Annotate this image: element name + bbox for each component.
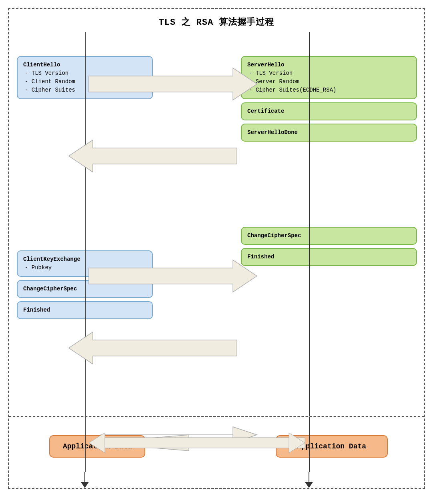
server-hello-title: ServerHello — [247, 61, 411, 69]
client-vline — [85, 32, 86, 416]
server-ccs-title: ChangeCipherSpec — [247, 232, 411, 240]
bottom-client-vline — [85, 417, 86, 472]
server-hello-item-3: - Cipher Suites(ECDHE_RSA) — [247, 86, 411, 94]
app-data-left-box: Application Data — [49, 435, 145, 458]
app-data-right-title: Application Data — [297, 442, 366, 450]
server-finished-box: Finished — [241, 248, 417, 266]
app-data-right-wrapper: Application Data — [276, 435, 388, 458]
app-data-right-box: Application Data — [276, 435, 388, 458]
server-hello-wrapper: ServerHello - TLS Version - Server Rando… — [241, 56, 417, 142]
server-finished-title: Finished — [247, 253, 411, 261]
diagram-wrapper: TLS 之 RSA 算法握手过程 ClientHello - TLS Versi… — [8, 8, 425, 489]
app-data-left-wrapper: Application Data — [49, 435, 145, 458]
svg-marker-6 — [305, 482, 313, 488]
arrow-down-right-svg — [301, 472, 317, 488]
certificate-title: Certificate — [247, 107, 411, 116]
server-hello-item-2: - Server Random — [247, 78, 411, 86]
server-hello-item-1: - TLS Version — [247, 69, 411, 78]
main-area: ClientHello - TLS Version - Client Rando… — [9, 32, 424, 416]
server-ccs-box: ChangeCipherSpec — [241, 227, 417, 245]
arrow-down-area — [9, 472, 424, 488]
server-column: ServerHello - TLS Version - Server Rando… — [241, 36, 417, 269]
arrow-left-2 — [69, 332, 237, 364]
server-hello-done-title: ServerHelloDone — [247, 128, 411, 137]
certificate-box: Certificate — [241, 102, 417, 120]
bottom-server-vline — [309, 417, 310, 472]
server-spacer — [241, 145, 417, 227]
bottom-section: Application Data Application Data — [9, 416, 424, 472]
app-data-left-title: Application Data — [63, 442, 132, 450]
server-hello-done-box: ServerHelloDone — [241, 124, 417, 142]
server-hello-box: ServerHello - TLS Version - Server Rando… — [241, 56, 417, 99]
arrow-down-left-svg — [77, 472, 93, 488]
svg-marker-4 — [81, 482, 89, 488]
diagram-title: TLS 之 RSA 算法握手过程 — [9, 9, 424, 32]
server-vline — [309, 32, 310, 416]
